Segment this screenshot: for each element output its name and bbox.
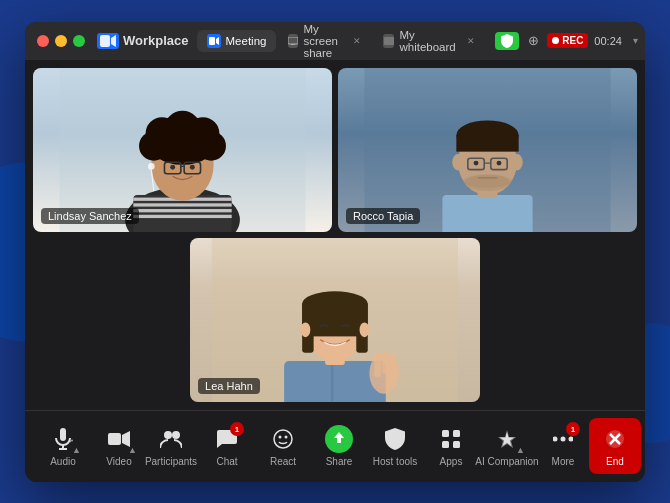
participants-icon	[157, 425, 185, 453]
title-bar-right: ⊕ REC 00:24 ▾ Views	[495, 32, 645, 50]
chat-button[interactable]: 1 Chat	[201, 418, 253, 474]
close-screen-tab[interactable]: ✕	[353, 34, 361, 48]
rocco-name-label: Rocco Tapia	[346, 208, 420, 224]
lea-svg	[190, 238, 480, 402]
svg-rect-30	[442, 195, 532, 232]
audio-button[interactable]: ▲ Audio	[37, 418, 89, 474]
svg-point-42	[497, 160, 502, 165]
tab-meeting-label: Meeting	[226, 35, 267, 47]
video-label: Video	[106, 456, 131, 467]
svg-rect-2	[209, 37, 215, 45]
participant-rocco: Rocco Tapia	[338, 68, 637, 232]
react-button[interactable]: React	[257, 418, 309, 474]
toolbar-center: Participants 1 Chat	[145, 418, 589, 474]
svg-rect-47	[331, 362, 333, 401]
svg-rect-12	[133, 209, 231, 212]
svg-point-26	[190, 164, 195, 169]
camera-icon[interactable]: ⊕	[525, 33, 541, 49]
svg-point-55	[360, 322, 370, 337]
more-label: More	[552, 456, 575, 467]
screen-tab-icon	[288, 34, 298, 48]
svg-rect-75	[453, 441, 460, 448]
svg-rect-13	[133, 214, 231, 217]
host-tools-button[interactable]: Host tools	[369, 418, 421, 474]
svg-rect-34	[456, 135, 518, 151]
chevron-down-icon[interactable]: ▾	[628, 33, 644, 49]
svg-point-35	[452, 154, 463, 170]
rec-badge: REC	[547, 33, 588, 48]
close-whiteboard-tab[interactable]: ✕	[466, 34, 477, 48]
svg-rect-11	[133, 203, 231, 206]
svg-point-41	[474, 160, 479, 165]
app-title: Workplace	[123, 33, 189, 48]
participants-label: Participants	[145, 456, 197, 467]
meeting-tab-icon	[207, 34, 221, 48]
maximize-window-button[interactable]	[73, 35, 85, 47]
participant-lindsay: Lindsay Sanchez	[33, 68, 332, 232]
toolbar-right: End	[589, 418, 641, 474]
svg-point-54	[301, 322, 311, 337]
rocco-visual	[338, 68, 637, 232]
toolbar-left: ▲ Audio ▲ Video	[37, 418, 145, 474]
svg-rect-63	[108, 433, 121, 445]
chat-icon: 1	[213, 425, 241, 453]
svg-rect-5	[291, 44, 295, 45]
close-window-button[interactable]	[37, 35, 49, 47]
share-button[interactable]: Share	[313, 418, 365, 474]
end-button[interactable]: End	[589, 418, 641, 474]
more-button[interactable]: 1 More	[537, 418, 589, 474]
svg-rect-6	[384, 37, 394, 45]
svg-point-68	[279, 436, 282, 439]
svg-point-25	[170, 164, 175, 169]
zoom-logo: Workplace	[97, 33, 189, 49]
video-icon: ▲	[105, 425, 133, 453]
tab-whiteboard-label: My whiteboard	[399, 29, 460, 53]
tabs-area: Meeting My screen share ✕	[197, 22, 488, 63]
svg-point-78	[569, 437, 574, 442]
svg-marker-1	[111, 35, 116, 47]
svg-point-66	[172, 431, 180, 439]
whiteboard-tab-icon	[383, 34, 394, 48]
share-label: Share	[326, 456, 353, 467]
svg-point-27	[148, 163, 155, 170]
audio-icon: ▲	[49, 425, 77, 453]
apps-button[interactable]: Apps	[425, 418, 477, 474]
participant-lea-wrapper: Lea Hahn	[33, 238, 637, 402]
rec-label: REC	[562, 35, 583, 46]
svg-rect-60	[60, 428, 66, 441]
more-icon: 1	[549, 425, 577, 453]
tab-screen-share[interactable]: My screen share ✕	[278, 22, 371, 63]
svg-rect-58	[382, 351, 389, 374]
participants-button[interactable]: Participants	[145, 418, 197, 474]
minimize-window-button[interactable]	[55, 35, 67, 47]
zoom-window: Workplace Meeting	[25, 22, 645, 482]
host-tools-label: Host tools	[373, 456, 417, 467]
more-badge: 1	[566, 422, 580, 436]
apps-label: Apps	[440, 456, 463, 467]
lindsay-svg	[33, 68, 332, 232]
window-controls	[37, 35, 85, 47]
chat-badge: 1	[230, 422, 244, 436]
svg-point-65	[164, 431, 172, 439]
security-badge[interactable]	[495, 32, 519, 50]
tab-whiteboard[interactable]: My whiteboard ✕	[373, 25, 487, 57]
react-icon	[269, 425, 297, 453]
tab-meeting[interactable]: Meeting	[197, 30, 277, 52]
svg-point-67	[274, 430, 292, 448]
rocco-svg	[338, 68, 637, 232]
host-tools-icon	[381, 425, 409, 453]
svg-point-76	[553, 437, 558, 442]
svg-point-77	[561, 437, 566, 442]
lea-name-label: Lea Hahn	[198, 378, 260, 394]
react-label: React	[270, 456, 296, 467]
lea-visual	[190, 238, 480, 402]
svg-rect-59	[389, 352, 396, 373]
tab-screen-label: My screen share	[303, 23, 348, 59]
lindsay-name-label: Lindsay Sanchez	[41, 208, 139, 224]
ai-companion-label: AI Companion	[475, 456, 538, 467]
svg-point-36	[511, 154, 522, 170]
rec-dot	[552, 37, 559, 44]
video-button[interactable]: ▲ Video	[93, 418, 145, 474]
ai-companion-icon: ▲	[493, 425, 521, 453]
ai-companion-button[interactable]: ▲ AI Companion	[481, 418, 533, 474]
